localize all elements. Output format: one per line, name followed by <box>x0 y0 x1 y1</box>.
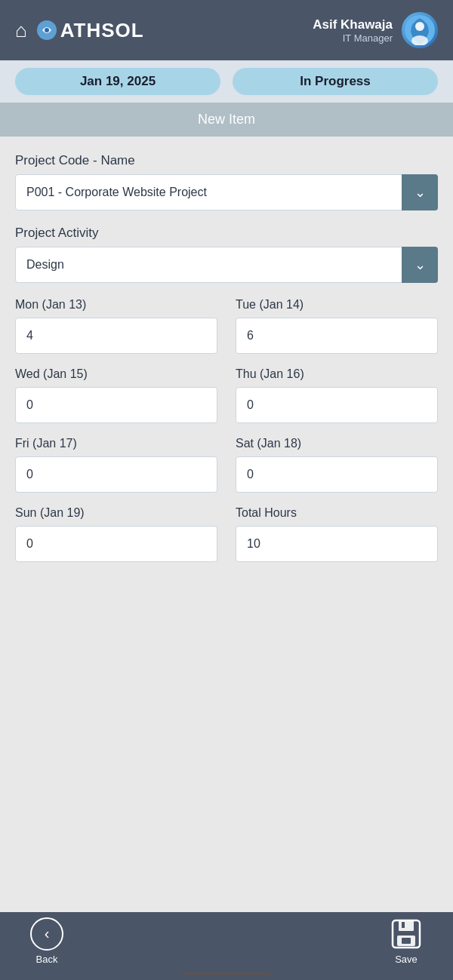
form-content: Project Code - Name P001 - Corporate Web… <box>0 137 453 666</box>
avatar <box>402 12 438 48</box>
day-input-2[interactable]: 0 <box>15 387 217 423</box>
project-activity-value: Design <box>15 247 438 283</box>
home-indicator <box>181 972 272 975</box>
project-activity-select-wrapper[interactable]: Design ⌄ <box>15 247 438 283</box>
svg-point-3 <box>415 22 424 31</box>
project-activity-dropdown-arrow[interactable]: ⌄ <box>402 247 438 283</box>
day-input-4[interactable]: 0 <box>15 456 217 493</box>
project-code-label: Project Code - Name <box>15 153 438 168</box>
section-title-bar: New Item <box>0 103 453 137</box>
back-button[interactable]: ‹ Back <box>30 917 63 965</box>
day-field-4: Fri (Jan 17)0 <box>15 437 217 493</box>
day-label-7: Total Hours <box>236 506 438 520</box>
day-label-6: Sun (Jan 19) <box>15 506 217 520</box>
header-right: Asif Khawaja IT Manager <box>313 12 438 48</box>
day-field-2: Wed (Jan 15)0 <box>15 367 217 423</box>
app-header: ⌂ ATHSOL Asif Khawaja IT Manager <box>0 0 453 60</box>
save-icon <box>390 917 423 951</box>
user-name: Asif Khawaja <box>313 17 393 32</box>
day-label-2: Wed (Jan 15) <box>15 367 217 381</box>
day-label-0: Mon (Jan 13) <box>15 298 217 312</box>
day-input-5[interactable]: 0 <box>236 456 438 493</box>
day-label-4: Fri (Jan 17) <box>15 437 217 450</box>
day-label-5: Sat (Jan 18) <box>236 437 438 450</box>
day-input-0[interactable]: 4 <box>15 318 217 354</box>
status-bar: Jan 19, 2025 In Progress <box>0 60 453 103</box>
day-field-7: Total Hours10 <box>236 506 438 562</box>
project-code-dropdown-arrow[interactable]: ⌄ <box>402 174 438 210</box>
logo-icon <box>36 20 57 41</box>
svg-rect-8 <box>402 938 411 944</box>
day-input-7[interactable]: 10 <box>236 526 438 562</box>
day-field-0: Mon (Jan 13)4 <box>15 298 217 354</box>
svg-rect-9 <box>402 922 405 928</box>
user-info: Asif Khawaja IT Manager <box>313 17 393 44</box>
home-icon[interactable]: ⌂ <box>15 20 27 40</box>
project-code-value: P001 - Corporate Website Project <box>15 174 438 210</box>
day-field-3: Thu (Jan 16)0 <box>236 367 438 423</box>
project-code-select-wrapper[interactable]: P001 - Corporate Website Project ⌄ <box>15 174 438 210</box>
save-button[interactable]: Save <box>390 917 423 965</box>
day-input-3[interactable]: 0 <box>236 387 438 423</box>
back-label: Back <box>36 954 58 965</box>
save-label: Save <box>395 954 418 965</box>
svg-rect-6 <box>399 920 414 931</box>
day-input-1[interactable]: 6 <box>236 318 438 354</box>
day-label-1: Tue (Jan 14) <box>236 298 438 312</box>
day-input-6[interactable]: 0 <box>15 526 217 562</box>
status-badge[interactable]: In Progress <box>233 68 438 95</box>
header-left: ⌂ ATHSOL <box>15 19 144 42</box>
logo: ATHSOL <box>36 19 144 42</box>
footer: ‹ Back Save <box>0 912 453 980</box>
days-grid: Mon (Jan 13)4Tue (Jan 14)6Wed (Jan 15)0T… <box>15 298 438 576</box>
day-field-6: Sun (Jan 19)0 <box>15 506 217 562</box>
day-label-3: Thu (Jan 16) <box>236 367 438 381</box>
day-field-1: Tue (Jan 14)6 <box>236 298 438 354</box>
day-field-5: Sat (Jan 18)0 <box>236 437 438 493</box>
project-activity-label: Project Activity <box>15 226 438 241</box>
section-title: New Item <box>198 112 255 127</box>
user-role: IT Manager <box>313 32 393 44</box>
date-badge[interactable]: Jan 19, 2025 <box>15 68 220 95</box>
back-icon: ‹ <box>30 917 63 951</box>
svg-point-1 <box>45 28 49 32</box>
